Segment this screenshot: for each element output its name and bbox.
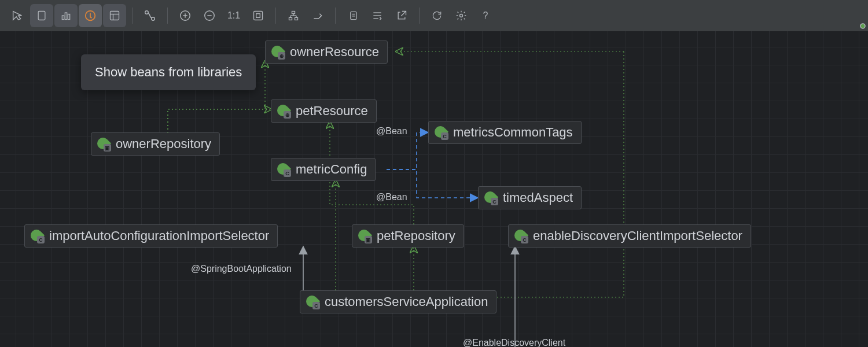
node-label: customersServiceApplication bbox=[325, 294, 488, 309]
edge-label: @SpringBootApplication bbox=[191, 264, 292, 274]
svg-rect-6 bbox=[111, 12, 119, 20]
svg-rect-25 bbox=[351, 12, 356, 19]
zoom-out-icon[interactable] bbox=[198, 4, 221, 27]
bean-icon: ▣ bbox=[97, 138, 110, 150]
node-label: metricConfig bbox=[296, 162, 367, 177]
document-icon[interactable] bbox=[30, 4, 53, 27]
separator bbox=[335, 8, 336, 24]
node-customersServiceApplication[interactable]: C customersServiceApplication bbox=[300, 290, 496, 313]
separator bbox=[419, 8, 420, 24]
node-ownerResource[interactable]: ⊕ ownerResource bbox=[265, 40, 388, 64]
bean-icon: ⊕ bbox=[277, 105, 290, 117]
list-icon[interactable] bbox=[366, 4, 389, 27]
separator bbox=[167, 8, 168, 24]
copy-icon[interactable] bbox=[341, 4, 365, 27]
export-icon[interactable] bbox=[390, 4, 413, 27]
path-icon[interactable] bbox=[138, 4, 161, 27]
toolbar: 1:1 ? bbox=[0, 0, 868, 31]
settings-icon[interactable] bbox=[450, 4, 473, 27]
refresh-icon[interactable] bbox=[425, 4, 448, 27]
bean-icon: C bbox=[306, 296, 319, 308]
node-petRepository[interactable]: ▣ petRepository bbox=[352, 224, 464, 248]
bean-icon: C bbox=[484, 191, 497, 204]
svg-rect-20 bbox=[295, 17, 298, 20]
svg-point-5 bbox=[860, 24, 865, 28]
bean-icon: ⊕ bbox=[271, 46, 284, 58]
node-ownerRepository[interactable]: ▣ ownerRepository bbox=[91, 132, 220, 156]
bean-icon: C bbox=[277, 163, 290, 176]
bean-icon: C bbox=[514, 230, 527, 242]
edge-label: @EnableDiscoveryClient bbox=[463, 338, 565, 347]
node-importAutoConfigurationImportSelector[interactable]: C importAutoConfigurationImportSelector bbox=[24, 224, 278, 248]
node-timedAspect[interactable]: C timedAspect bbox=[478, 186, 582, 209]
separator bbox=[132, 8, 133, 24]
svg-rect-2 bbox=[65, 13, 67, 20]
node-label: importAutoConfigurationImportSelector bbox=[49, 228, 269, 243]
fit-screen-icon[interactable] bbox=[247, 4, 270, 27]
bean-icon: C bbox=[31, 230, 43, 242]
node-metricConfig[interactable]: C metricConfig bbox=[271, 158, 376, 181]
node-label: timedAspect bbox=[503, 190, 573, 205]
chart-icon[interactable] bbox=[54, 4, 78, 27]
svg-rect-17 bbox=[256, 14, 260, 18]
tooltip: Show beans from libraries bbox=[81, 54, 256, 90]
bean-icon: ▣ bbox=[358, 230, 371, 242]
edge-label: @Bean bbox=[376, 126, 407, 136]
node-metricsCommonTags[interactable]: C metricsCommonTags bbox=[428, 121, 582, 144]
layout-icon[interactable] bbox=[103, 4, 126, 27]
node-label: petResource bbox=[296, 104, 368, 119]
node-label: enableDiscoveryClientImportSelector bbox=[533, 228, 742, 243]
route-icon[interactable] bbox=[306, 4, 329, 27]
node-petResource[interactable]: ⊕ petResource bbox=[271, 99, 377, 123]
select-tool-icon[interactable] bbox=[6, 4, 29, 27]
hierarchy-icon[interactable] bbox=[282, 4, 305, 27]
node-label: petRepository bbox=[377, 228, 455, 243]
svg-line-31 bbox=[401, 12, 406, 16]
libraries-icon[interactable] bbox=[79, 4, 102, 27]
svg-rect-3 bbox=[68, 14, 69, 20]
node-enableDiscoveryClientImportSelector[interactable]: C enableDiscoveryClientImportSelector bbox=[508, 224, 751, 248]
help-icon[interactable]: ? bbox=[474, 4, 497, 27]
svg-rect-19 bbox=[289, 17, 292, 20]
zoom-in-icon[interactable] bbox=[174, 4, 197, 27]
separator bbox=[275, 8, 276, 24]
bean-icon: C bbox=[435, 126, 447, 139]
zoom-actual-button[interactable]: 1:1 bbox=[222, 4, 245, 27]
node-label: metricsCommonTags bbox=[453, 125, 573, 140]
svg-rect-0 bbox=[38, 12, 45, 20]
svg-point-32 bbox=[460, 14, 463, 17]
edge-label: @Bean bbox=[376, 192, 407, 202]
node-label: ownerResource bbox=[290, 45, 379, 60]
svg-rect-1 bbox=[62, 16, 64, 20]
svg-rect-16 bbox=[254, 12, 263, 20]
svg-rect-18 bbox=[292, 12, 295, 14]
node-label: ownerRepository bbox=[116, 136, 211, 152]
